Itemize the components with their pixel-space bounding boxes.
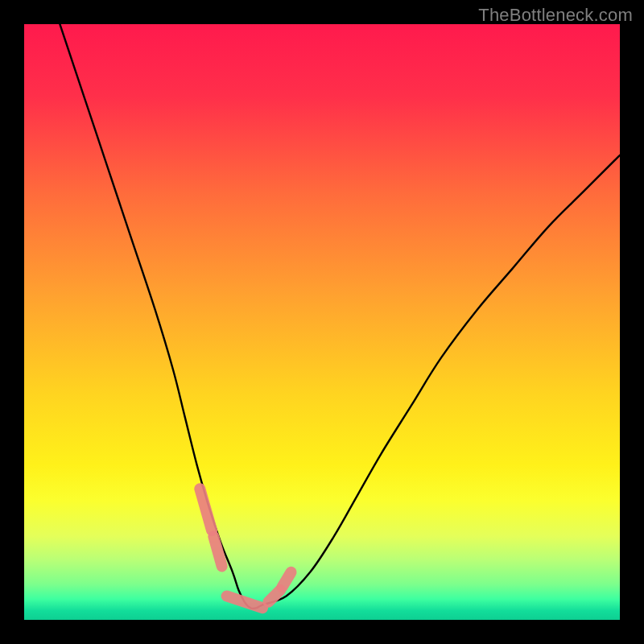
highlight-segment bbox=[213, 536, 221, 566]
highlight-segments bbox=[200, 489, 291, 608]
highlight-segment bbox=[227, 596, 262, 608]
bottleneck-curve bbox=[60, 24, 620, 609]
plot-area bbox=[24, 24, 620, 620]
chart-frame: TheBottleneck.com bbox=[0, 0, 644, 644]
curve-layer bbox=[24, 24, 620, 620]
highlight-segment bbox=[282, 572, 291, 588]
highlight-segment bbox=[200, 489, 212, 530]
watermark-text: TheBottleneck.com bbox=[478, 5, 633, 26]
